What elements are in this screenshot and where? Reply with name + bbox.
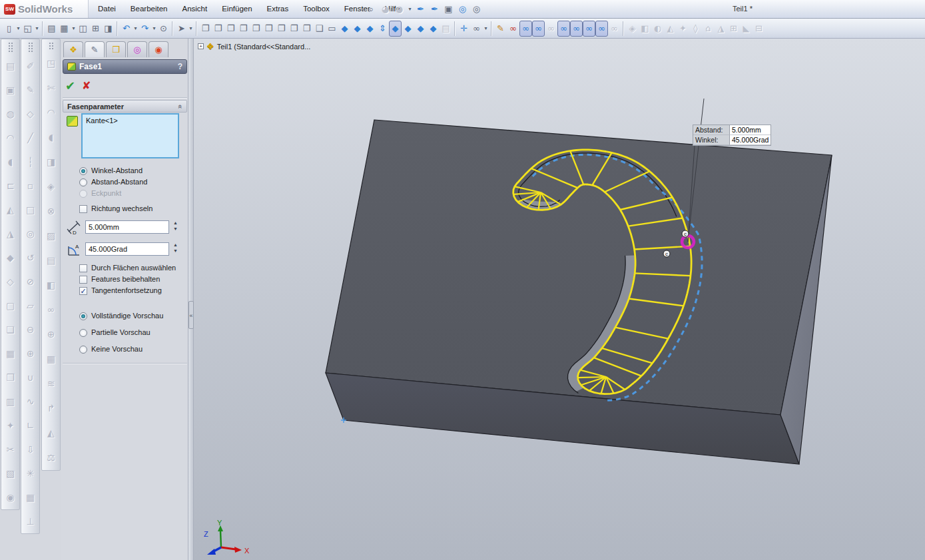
cancel-button[interactable]: ✘ — [82, 79, 91, 92]
filter-annotations-button[interactable]: ∞ — [583, 21, 595, 37]
open-arrow[interactable]: ▾ — [34, 21, 40, 37]
toolbar-grip[interactable] — [28, 42, 33, 53]
save-button[interactable]: ▤ — [45, 21, 58, 37]
view-left-button[interactable]: ❐ — [224, 21, 237, 37]
callout-value-field[interactable]: 5.000mm — [729, 125, 771, 135]
displaymanager-tab[interactable]: ◉ — [149, 41, 168, 57]
view-bottom-button[interactable]: ❐ — [262, 21, 275, 37]
edit-sketch-button[interactable]: ✎ — [494, 21, 507, 37]
ok-button[interactable]: ✔ — [65, 79, 75, 93]
menu-toolbox[interactable]: Toolbox — [296, 0, 337, 18]
view-trimetric-button[interactable]: ❐ — [288, 21, 300, 37]
screen-capture-button[interactable]: ▣ — [442, 1, 455, 17]
undo-arrow[interactable]: ▾ — [133, 21, 139, 37]
collapse-chevron-icon[interactable]: « — [176, 104, 184, 108]
propertymanager-tab[interactable]: ✎ — [85, 41, 105, 57]
select-button[interactable]: ➤ — [175, 21, 188, 37]
menu-datei[interactable]: Datei — [91, 0, 123, 18]
perspective-button[interactable]: ◆ — [427, 21, 440, 37]
help-icon[interactable]: ? — [178, 62, 182, 71]
new-button[interactable]: ▯ — [3, 21, 15, 37]
graphics-viewport[interactable]: ccXYZ — [194, 39, 925, 560]
pack-and-go-button[interactable]: ◨ — [102, 21, 115, 37]
panel-splitter[interactable] — [188, 39, 194, 560]
edge-selection-listbox[interactable]: Kante<1> — [81, 113, 179, 158]
ghost-arrow[interactable]: ▾ — [407, 1, 413, 17]
view-isometric-button[interactable]: ❐ — [275, 21, 288, 37]
magnifier-plus-button[interactable]: ◎ — [456, 1, 469, 17]
radio-abstand-abstand[interactable]: Abstand-Abstand — [79, 178, 147, 186]
radio-partielle-vorschau[interactable]: Partielle Vorschau — [79, 328, 163, 337]
menu-bearbeiten[interactable]: Bearbeiten — [123, 0, 175, 18]
view-dimetric-button[interactable]: ❐ — [300, 21, 313, 37]
view-orientation-arrow[interactable]: ▾ — [483, 21, 489, 37]
select-arrow[interactable]: ▾ — [188, 21, 194, 37]
search-button[interactable]: ⌕ — [365, 1, 378, 17]
menu-einfuegen[interactable]: Einfügen — [214, 0, 259, 18]
pan-button[interactable]: ✛ — [458, 21, 470, 37]
new-arrow[interactable]: ▾ — [15, 21, 21, 37]
checkbox-durch-flaechen-auswaehlen[interactable]: Durch Flächen auswählen — [79, 264, 182, 272]
open-button[interactable]: ◱ — [21, 21, 34, 37]
feature-tree-flyout[interactable]: + ❖ Teil1 (Standard<<Standard... — [198, 41, 310, 51]
feature-ghost-6-button: ◊ — [689, 21, 702, 37]
shaded-with-edges-button[interactable]: ◆ — [389, 21, 402, 37]
menu-extras[interactable]: Extras — [260, 0, 296, 18]
undo-button[interactable]: ↶ — [120, 21, 133, 37]
angle-spinner[interactable]: ▲▼ — [173, 242, 178, 253]
view-right-button[interactable]: ❐ — [237, 21, 250, 37]
featuremanager-tab[interactable]: ❖ — [63, 41, 83, 57]
expand-plus-icon[interactable]: + — [198, 43, 204, 49]
callout-value-field[interactable]: 45.000Grad — [729, 135, 771, 145]
wireframe-button[interactable]: ◆ — [338, 21, 351, 37]
print-arrow[interactable]: ▾ — [71, 21, 77, 37]
print-preview-button[interactable]: ◫ — [77, 21, 89, 37]
checkbox-richtung-wechseln[interactable]: Richtung wechseln — [79, 204, 153, 213]
pen-select-button[interactable]: ✒ — [414, 1, 427, 17]
redo-button[interactable]: ↷ — [139, 21, 151, 37]
view-back-button[interactable]: ❐ — [212, 21, 224, 37]
filter-dimensions-button[interactable]: ∞ — [570, 21, 583, 37]
filter-edges-button[interactable]: ∞ — [532, 21, 545, 37]
filter-clear-button[interactable]: ∞ — [507, 21, 519, 37]
toolbar-grip[interactable] — [49, 42, 54, 50]
menu-ansicht[interactable]: Ansicht — [174, 0, 214, 18]
configurationmanager-tab[interactable]: ❒ — [106, 41, 126, 57]
rebuild-button[interactable]: ⊙ — [157, 21, 170, 37]
filter-vertices-button[interactable]: ∞ — [519, 21, 532, 37]
view-single-button[interactable]: ▭ — [326, 21, 338, 37]
dimxpert-tab[interactable]: ◎ — [127, 41, 147, 57]
print-button[interactable]: ▦ — [58, 21, 71, 37]
radio-winkel-abstand[interactable]: Winkel-Abstand — [79, 166, 147, 175]
view-top-button[interactable]: ❐ — [250, 21, 262, 37]
linear-sketch-pattern-icon: ▦ — [23, 485, 39, 509]
shaded-button[interactable]: ◆ — [402, 21, 414, 37]
redo-arrow[interactable]: ▾ — [151, 21, 157, 37]
hidden-lines-removed-button[interactable]: ◆ — [364, 21, 376, 37]
hidden-lines-visible-button[interactable]: ◆ — [351, 21, 364, 37]
view-orientation-button[interactable]: ∞ — [470, 21, 483, 37]
chamfer-parameters-group-header[interactable]: Fasenparameter « — [63, 100, 187, 113]
standard-toolbar: ▯▾◱▾▤▦▾◫⊞◨↶▾↷▾⊙➤▾❐❐❐❐❐❐❐❐❐❑▭◆◆◆⇕◆◆◆◆▤✛∞▾… — [0, 19, 925, 39]
radio-vollstaendige-vorschau[interactable]: Vollständige Vorschau — [79, 312, 163, 320]
section-view-button[interactable]: ⇕ — [376, 21, 389, 37]
angle-input[interactable] — [85, 242, 169, 256]
panel-collapse-handle[interactable]: « — [188, 301, 194, 329]
magnifier-cursor-button[interactable]: ◎ — [470, 1, 483, 17]
pen-deselect-button[interactable]: ✒ — [428, 1, 441, 17]
shadows-in-shaded-button[interactable]: ◆ — [414, 21, 427, 37]
view-normal-to-button[interactable]: ❑ — [313, 21, 326, 37]
filter-points-button[interactable]: ∞ — [595, 21, 608, 37]
chamfer-callout[interactable]: Abstand:5.000mmWinkel:45.000Grad — [693, 125, 771, 146]
distance-spinner[interactable]: ▲▼ — [173, 220, 178, 231]
extruded-boss-icon: ▤ — [3, 54, 19, 78]
radio-keine-vorschau[interactable]: Keine Vorschau — [79, 345, 163, 354]
filter-curves-button[interactable]: ∞ — [557, 21, 570, 37]
properties-button[interactable]: ⊞ — [89, 21, 102, 37]
checkbox-features-beibehalten[interactable]: Features beibehalten — [79, 275, 182, 284]
distance-input[interactable] — [85, 220, 169, 234]
toolbar-grip[interactable] — [8, 42, 13, 53]
view-front-button[interactable]: ❐ — [199, 21, 212, 37]
checkbox-tangentenfortsetzung[interactable]: ✓Tangentenfortsetzung — [79, 286, 182, 295]
group-bottom-border — [63, 363, 187, 364]
